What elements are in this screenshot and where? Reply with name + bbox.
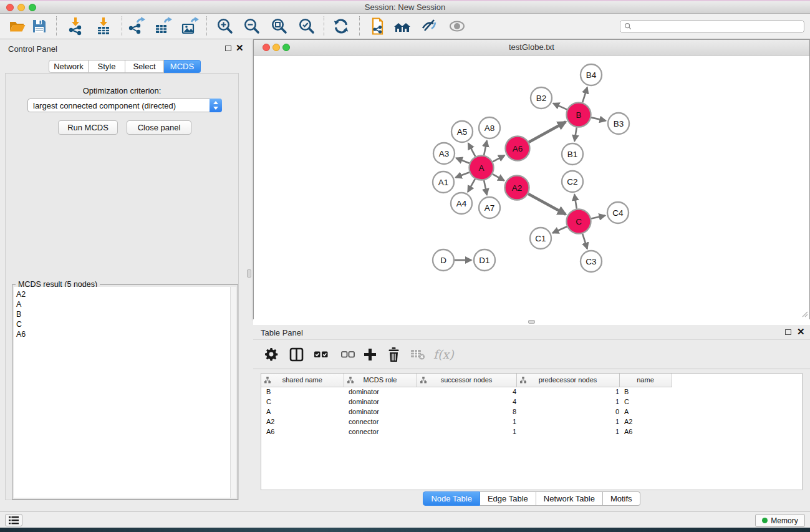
- graph-edge[interactable]: [468, 143, 475, 157]
- export-table-icon[interactable]: [153, 17, 172, 36]
- window-resize-grip[interactable]: [801, 310, 808, 317]
- select-all-checkboxes-icon[interactable]: [314, 347, 328, 361]
- graph-edge[interactable]: [484, 180, 487, 195]
- result-item[interactable]: A6: [16, 329, 230, 339]
- zoom-in-icon[interactable]: [216, 17, 234, 36]
- result-scrollbar[interactable]: [230, 287, 236, 498]
- graph-node-label: A8: [485, 123, 495, 133]
- first-neighbors-icon[interactable]: [393, 17, 412, 36]
- result-item[interactable]: A: [16, 299, 230, 309]
- zoom-selected-icon[interactable]: [297, 17, 316, 36]
- graph-edge[interactable]: [529, 122, 566, 142]
- save-session-icon[interactable]: [30, 17, 49, 36]
- graph-edge[interactable]: [591, 117, 605, 120]
- table-settings-icon[interactable]: [264, 347, 279, 361]
- tab-node-table[interactable]: Node Table: [423, 491, 480, 506]
- export-network-icon[interactable]: [127, 17, 146, 36]
- horizontal-split-handle[interactable]: [528, 320, 535, 324]
- graph-edge[interactable]: [582, 234, 587, 249]
- control-panel-tabs: Network Style Select MCDS: [49, 60, 201, 73]
- import-network-icon[interactable]: [66, 17, 85, 36]
- import-table-icon[interactable]: [94, 17, 113, 36]
- graph-node-label: A: [478, 163, 484, 173]
- graph-edge[interactable]: [528, 194, 566, 215]
- graph-edge[interactable]: [493, 174, 504, 180]
- show-panel-list-button[interactable]: [5, 514, 22, 526]
- close-table-panel-icon[interactable]: ✕: [797, 329, 805, 335]
- graph-edge[interactable]: [553, 104, 567, 110]
- memory-status-icon: [762, 518, 768, 523]
- tab-select[interactable]: Select: [125, 60, 164, 73]
- graph-node-label: B2: [536, 94, 547, 103]
- toolbar-separator: [359, 16, 360, 36]
- table-panel: Table Panel ✕ f(x): [253, 325, 810, 511]
- hide-graphics-details-icon[interactable]: [420, 17, 438, 36]
- horizontal-split-divider[interactable]: [253, 319, 810, 325]
- graph-edge[interactable]: [493, 155, 504, 162]
- col-name[interactable]: name: [619, 374, 672, 387]
- status-bar: Memory: [0, 511, 810, 528]
- deselect-all-checkboxes-icon[interactable]: [341, 347, 355, 361]
- result-item[interactable]: B: [16, 309, 230, 319]
- node-table[interactable]: shared name MCDS role successor nodes pr…: [261, 373, 803, 490]
- toolbar-separator: [122, 16, 122, 36]
- graph-node-label: B3: [614, 119, 624, 128]
- tab-style[interactable]: Style: [89, 60, 125, 73]
- result-item[interactable]: C: [16, 319, 230, 329]
- col-shared-name[interactable]: shared name: [261, 374, 344, 387]
- search-icon: [624, 22, 632, 30]
- open-session-icon[interactable]: [8, 17, 27, 36]
- float-panel-icon[interactable]: [225, 46, 231, 51]
- table-row[interactable]: Cdominator41C: [261, 397, 802, 407]
- graph-edge[interactable]: [456, 158, 470, 163]
- show-columns-icon[interactable]: [289, 347, 304, 362]
- table-row[interactable]: Adominator80A: [261, 407, 802, 417]
- graph-edge[interactable]: [574, 127, 576, 141]
- network-canvas[interactable]: B4B2BB3A5A8A6A3B1AA1C2A2A4A7C4CC1DD1C3: [254, 56, 809, 319]
- table-row[interactable]: Bdominator41B: [261, 387, 802, 397]
- zoom-out-icon[interactable]: [243, 17, 261, 36]
- close-panel-button[interactable]: Close panel: [127, 120, 191, 135]
- list-icon: [9, 516, 19, 525]
- close-panel-icon[interactable]: ✕: [236, 45, 244, 51]
- vertical-split-handle[interactable]: [247, 269, 251, 278]
- col-successor-nodes[interactable]: successor nodes: [417, 374, 516, 387]
- col-empty: [672, 374, 802, 387]
- tab-network[interactable]: Network: [49, 60, 89, 73]
- graph-edge[interactable]: [582, 87, 587, 102]
- tab-motifs[interactable]: Motifs: [603, 491, 640, 506]
- mcds-result-list[interactable]: A2 A B C A6: [14, 287, 230, 498]
- graph-edge[interactable]: [552, 226, 567, 233]
- tab-edge-table[interactable]: Edge Table: [480, 491, 536, 506]
- optimization-criterion-select[interactable]: largest connected component (directed): [27, 99, 222, 112]
- graph-edge[interactable]: [574, 195, 577, 209]
- table-panel-title: Table Panel: [261, 328, 303, 337]
- new-network-icon[interactable]: [368, 17, 387, 36]
- graph-edge[interactable]: [468, 179, 475, 192]
- col-predecessor-nodes[interactable]: predecessor nodes: [516, 374, 619, 387]
- table-row[interactable]: A2connector11A2: [261, 417, 802, 427]
- float-table-panel-icon[interactable]: [785, 329, 791, 335]
- col-mcds-role[interactable]: MCDS role: [344, 374, 417, 387]
- export-image-icon[interactable]: [180, 17, 199, 36]
- delete-row-icon[interactable]: [387, 347, 400, 362]
- search-input[interactable]: [632, 22, 804, 31]
- memory-button[interactable]: Memory: [755, 514, 805, 527]
- add-row-icon[interactable]: [363, 348, 377, 361]
- result-item[interactable]: A2: [16, 289, 230, 299]
- column-type-icon: [520, 377, 526, 384]
- table-row[interactable]: A6connector11A6: [261, 427, 802, 437]
- network-window-titlebar[interactable]: testGlobe.txt: [254, 40, 809, 56]
- run-mcds-button[interactable]: Run MCDS: [58, 120, 118, 135]
- graph-edge[interactable]: [484, 141, 487, 155]
- search-field[interactable]: [620, 20, 804, 33]
- tab-mcds[interactable]: MCDS: [164, 60, 201, 73]
- show-graphics-details-icon: [448, 17, 466, 36]
- graph-edge[interactable]: [456, 172, 470, 177]
- network-graph[interactable]: B4B2BB3A5A8A6A3B1AA1C2A2A4A7C4CC1DD1C3: [254, 56, 809, 319]
- graph-edge[interactable]: [591, 216, 605, 219]
- tab-network-table[interactable]: Network Table: [536, 491, 603, 506]
- zoom-fit-icon[interactable]: [270, 17, 289, 36]
- refresh-view-icon[interactable]: [332, 17, 350, 36]
- app-title: Session: New Session: [0, 1, 810, 14]
